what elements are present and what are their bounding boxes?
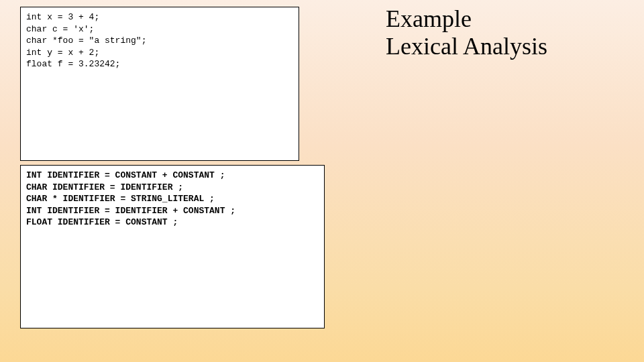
source-code-panel: int x = 3 + 4; char c = 'x'; char *foo =… (20, 7, 299, 161)
token-output-panel: INT IDENTIFIER = CONSTANT + CONSTANT ; C… (20, 165, 325, 328)
slide-title: Example Lexical Analysis (386, 5, 547, 61)
source-code-text: int x = 3 + 4; char c = 'x'; char *foo =… (26, 11, 293, 70)
title-line-2: Lexical Analysis (386, 33, 547, 60)
title-line-1: Example (386, 5, 472, 32)
token-output-text: INT IDENTIFIER = CONSTANT + CONSTANT ; C… (26, 170, 319, 229)
